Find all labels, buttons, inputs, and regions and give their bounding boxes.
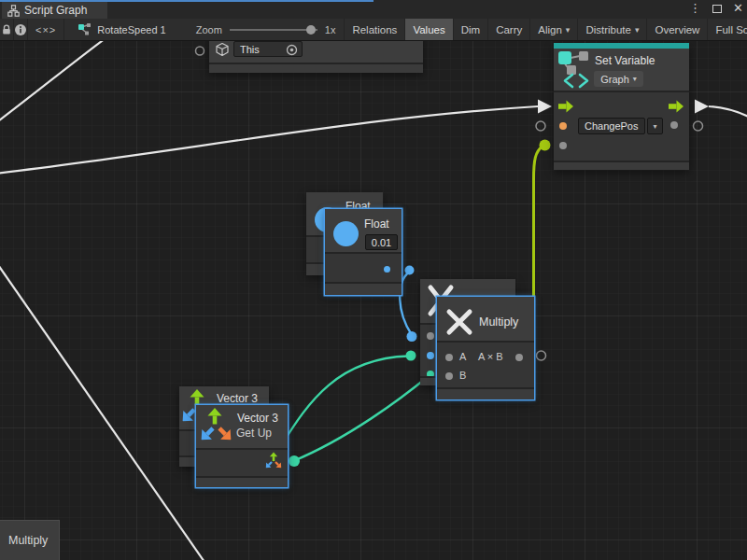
chevron-down-icon: ▾ <box>635 25 640 35</box>
node-title: Vector 3 <box>217 392 258 405</box>
flow-out-arrow-icon[interactable] <box>669 100 684 113</box>
variable-dropdown-button[interactable]: ▾ <box>647 118 663 134</box>
wire-end-ball <box>407 331 417 342</box>
menu-icon[interactable]: ⋮ <box>689 2 701 15</box>
up-arrow-icon <box>207 408 222 425</box>
float-circle-icon <box>333 221 359 246</box>
node-this[interactable]: This <box>209 41 423 73</box>
focus-accent-line <box>0 0 374 2</box>
chevron-down-icon: ▾ <box>653 122 656 131</box>
graph-toolbar: <×> RotateSpeed 1 Zoom 1x Relations Valu… <box>0 19 747 41</box>
chevron-down-icon: ▾ <box>633 75 637 83</box>
lock-icon <box>0 23 13 36</box>
node-set-variable[interactable]: Set Variable Graph ▾ ChangePos <box>554 43 689 170</box>
wire-end-ball <box>405 266 415 275</box>
distribute-label: Distribute <box>585 24 631 35</box>
align-label: Align <box>538 24 562 35</box>
value-wire-vector[interactable] <box>293 375 430 461</box>
carry-button[interactable]: Carry <box>488 19 530 40</box>
graph-breadcrumb[interactable]: RotateSpeed 1 <box>64 19 178 40</box>
value-wire-vector[interactable] <box>282 357 408 445</box>
node-title: Float <box>364 217 389 231</box>
zoom-slider-handle[interactable] <box>306 25 316 35</box>
this-value: This <box>240 44 260 55</box>
close-icon[interactable]: ✕ <box>733 2 743 15</box>
input-port[interactable] <box>427 332 434 340</box>
value-wire-float[interactable] <box>400 272 411 334</box>
flow-wire[interactable] <box>0 41 106 124</box>
relations-button[interactable]: Relations <box>345 19 405 40</box>
zoom-slider[interactable] <box>230 23 317 36</box>
graph-icon <box>7 5 20 17</box>
output-port[interactable] <box>670 121 678 129</box>
port-label-a: A <box>459 351 466 362</box>
cube-icon <box>215 42 230 57</box>
down-right-arrow-icon <box>214 423 236 445</box>
node-multiply[interactable]: Multiply A A × B B <box>437 297 534 399</box>
node-title: Multiply <box>8 534 48 547</box>
port-label-b: B <box>459 370 466 381</box>
graph-canvas[interactable]: Float <box>0 41 747 560</box>
scope-label: Graph <box>600 74 629 85</box>
flow-wire-diagonal[interactable] <box>0 262 206 560</box>
float-value: 0.01 <box>372 237 391 248</box>
lock-button[interactable] <box>0 19 14 40</box>
maximize-icon[interactable] <box>712 5 722 13</box>
fullscreen-button[interactable]: Full Screen <box>708 19 747 40</box>
zoom-slider-track <box>230 29 317 31</box>
zoom-label: Zoom <box>196 24 222 35</box>
tab-script-graph[interactable]: Script Graph <box>2 2 107 19</box>
dim-button[interactable]: Dim <box>454 19 488 40</box>
overview-button[interactable]: Overview <box>647 19 708 40</box>
variable-name: ChangePos <box>585 120 639 132</box>
tab-label: Script Graph <box>24 4 87 17</box>
zoom-value: 1x <box>325 24 336 35</box>
wire-end-ball <box>289 455 300 467</box>
empty-port[interactable] <box>196 47 204 55</box>
node-float[interactable]: Float 0.01 <box>325 209 402 295</box>
this-object-field[interactable]: This <box>233 41 303 57</box>
variable-name-dropdown[interactable]: ChangePos <box>578 118 645 134</box>
code-view-button[interactable]: <×> <box>28 19 64 40</box>
distribute-button[interactable]: Distribute ▾ <box>578 19 647 40</box>
wire-end-ball <box>406 351 416 361</box>
variable-name-port[interactable] <box>559 122 567 130</box>
info-icon <box>14 23 27 36</box>
empty-port[interactable] <box>537 351 546 360</box>
empty-port[interactable] <box>536 121 545 131</box>
float-value-input[interactable]: 0.01 <box>365 234 398 250</box>
node-title: Vector 3 <box>237 412 278 425</box>
input-port-a[interactable] <box>427 352 434 359</box>
flow-arrowhead-icon <box>695 100 709 114</box>
output-port[interactable] <box>384 266 390 273</box>
target-picker-icon[interactable] <box>286 44 298 56</box>
flow-in-arrow-icon[interactable] <box>558 100 573 113</box>
node-vector3-get-up[interactable]: Vector 3 Get Up <box>196 405 288 487</box>
output-port[interactable] <box>515 354 523 361</box>
wire-end-ball <box>540 140 551 151</box>
info-button[interactable] <box>14 19 28 40</box>
flow-wire-into-set-variable[interactable] <box>0 106 538 174</box>
align-button[interactable]: Align ▾ <box>530 19 578 40</box>
node-title: Set Variable <box>595 54 655 67</box>
variable-graph-icon <box>557 49 593 90</box>
cross-icon <box>445 308 473 336</box>
input-port-b[interactable] <box>445 372 453 380</box>
input-port-a[interactable] <box>445 354 453 361</box>
xyz-arrows-mini-icon <box>265 452 282 470</box>
script-graph-window: Script Graph ⋮ ✕ <×> <box>0 0 747 560</box>
tab-bar: Script Graph ⋮ ✕ <box>0 0 747 19</box>
node-multiply-corner[interactable]: Multiply <box>0 520 60 560</box>
flow-wire-out-of-set-variable[interactable] <box>709 106 747 119</box>
variable-scope-dropdown[interactable]: Graph ▾ <box>594 71 643 87</box>
up-arrow-icon <box>190 389 204 406</box>
values-button[interactable]: Values <box>405 19 453 40</box>
zoom-group: Zoom 1x <box>179 19 342 40</box>
code-brackets-icon: <×> <box>35 24 56 35</box>
port-label-result: A × B <box>478 351 503 362</box>
value-input-port[interactable] <box>559 142 567 149</box>
empty-port[interactable] <box>694 121 703 131</box>
flow-arrowhead-icon <box>538 100 552 114</box>
value-wire-lime[interactable] <box>534 147 543 301</box>
graph-stage: Float <box>0 41 747 560</box>
